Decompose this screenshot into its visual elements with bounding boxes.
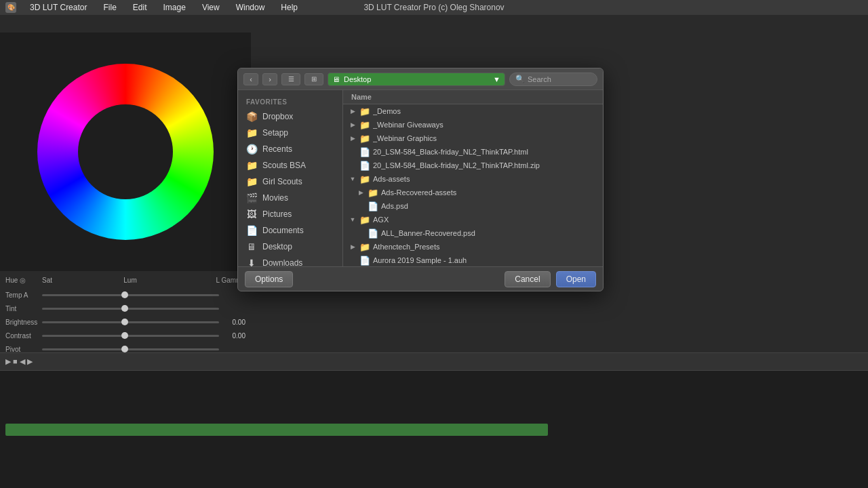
menu-bar: 🎨 3D LUT Creator File Edit Image View Wi…: [0, 0, 868, 15]
contrast-value: 0.00: [222, 332, 245, 340]
menu-edit[interactable]: Edit: [130, 1, 150, 14]
file-row-ads-recovered[interactable]: ▶ 📁 Ads-Recovered-assets: [343, 186, 603, 199]
file-row-webinar-graphics[interactable]: ▶ 📁 _Webinar Graphics: [343, 131, 603, 145]
lum-label: Lum: [58, 277, 202, 284]
contrast-slider[interactable]: [42, 335, 219, 337]
ads-recovered-name: Ads-Recovered-assets: [381, 188, 597, 197]
all-banner-expand-icon: [357, 229, 365, 237]
webinar-graphics-name: _Webinar Graphics: [373, 134, 597, 142]
pivot-slider[interactable]: [42, 348, 219, 350]
tint-label: Tint: [5, 305, 39, 312]
favorite-scouts-bsa-label: Scouts BSA: [262, 161, 306, 170]
setapp-icon: 📁: [246, 127, 257, 138]
hue-wheel-area: [0, 33, 251, 271]
menu-help[interactable]: Help: [278, 1, 300, 14]
favorite-desktop[interactable]: 🖥 Desktop: [238, 239, 342, 255]
menu-file[interactable]: File: [100, 1, 119, 14]
timeline-area: ▶ ■ ◀ ▶: [0, 352, 868, 488]
agx-name: AGX: [373, 216, 597, 224]
favorite-documents-label: Documents: [262, 226, 304, 235]
timeline-controls: ▶ ■ ◀ ▶: [5, 357, 33, 366]
pictures-icon: 🖼: [246, 209, 257, 220]
pivot-label: Pivot: [5, 346, 39, 353]
favorite-pictures-label: Pictures: [262, 209, 292, 219]
control-row-tint: Tint: [5, 302, 245, 314]
timeline-track[interactable]: [5, 424, 548, 436]
temp-slider[interactable]: [42, 294, 219, 296]
file1-expand-icon: [349, 148, 357, 156]
tint-slider[interactable]: [42, 308, 219, 310]
control-row-temp: Temp A: [5, 289, 245, 301]
search-box[interactable]: 🔍 Search: [509, 73, 597, 86]
file-row-file1[interactable]: 📄 20_LSM-584_Black-friday_NL2_ThinkTAP.h…: [343, 145, 603, 159]
file-row-ads-psd[interactable]: 📄 Ads.psd: [343, 199, 603, 213]
ads-assets-expand-icon: ▼: [349, 175, 357, 183]
file-row-all-banner[interactable]: 📄 ALL_Banner-Recovered.psd: [343, 226, 603, 240]
menu-app[interactable]: 3D LUT Creator: [27, 1, 90, 14]
file-row-webinar-giveaways[interactable]: ▶ 📁 _Webinar Giveaways: [343, 118, 603, 131]
favorite-pictures[interactable]: 🖼 Pictures: [238, 206, 342, 222]
file2-icon: 📄: [359, 161, 370, 170]
all-banner-name: ALL_Banner-Recovered.psd: [381, 229, 597, 237]
options-button[interactable]: Options: [245, 271, 293, 287]
favorite-recents-label: Recents: [262, 144, 292, 154]
tint-thumb[interactable]: [121, 305, 128, 312]
favorite-setapp[interactable]: 📁 Setapp: [238, 125, 342, 141]
favorite-scouts-bsa[interactable]: 📁 Scouts BSA: [238, 157, 342, 174]
demos-expand-icon: ▶: [349, 107, 357, 115]
ads-recovered-folder-icon: 📁: [368, 188, 378, 197]
dialog-body: Favorites 📦 Dropbox 📁 Setapp 🕐 Recents 📁…: [238, 90, 603, 266]
contrast-thumb[interactable]: [121, 332, 128, 339]
menu-window[interactable]: Window: [233, 1, 268, 14]
favorite-downloads[interactable]: ⬇ Downloads: [238, 255, 342, 271]
file-list-header: Name: [343, 90, 603, 104]
favorite-documents[interactable]: 📄 Documents: [238, 222, 342, 239]
favorite-movies-label: Movies: [262, 193, 288, 203]
athenctech-name: Athenctech_Presets: [373, 243, 597, 251]
ads-psd-icon: 📄: [368, 201, 378, 211]
hue-sat-label: Sat: [42, 277, 56, 284]
brightness-slider[interactable]: [42, 321, 219, 323]
demos-name: _Demos: [373, 107, 597, 115]
file-list-container: Name ▶ 📁 _Demos ▶ 📁 _Webinar Giveaways ▶: [343, 90, 603, 266]
back-button[interactable]: ‹: [243, 73, 258, 85]
location-dropdown[interactable]: 🖥 Desktop ▼: [328, 73, 505, 86]
file-row-file2[interactable]: 📄 20_LSM-584_Black-friday_NL2_ThinkTAP.h…: [343, 159, 603, 172]
favorite-setapp-label: Setapp: [262, 128, 288, 138]
forward-button[interactable]: ›: [262, 73, 277, 85]
search-placeholder: Search: [528, 75, 551, 83]
ads-psd-expand-icon: [357, 202, 365, 210]
file-row-ads-assets[interactable]: ▼ 📁 Ads-assets: [343, 172, 603, 186]
favorite-movies[interactable]: 🎬 Movies: [238, 190, 342, 206]
favorite-girl-scouts[interactable]: 📁 Girl Scouts: [238, 174, 342, 190]
ads-assets-folder-icon: 📁: [359, 174, 370, 184]
hue-wheel[interactable]: [37, 64, 214, 240]
menu-view[interactable]: View: [199, 1, 222, 14]
menu-image[interactable]: Image: [161, 1, 189, 14]
favorite-recents[interactable]: 🕐 Recents: [238, 141, 342, 157]
aurora-expand-icon: [349, 256, 357, 264]
scouts-bsa-icon: 📁: [246, 160, 257, 171]
open-button[interactable]: Open: [556, 271, 596, 287]
ads-assets-name: Ads-assets: [373, 175, 597, 183]
brightness-thumb[interactable]: [121, 319, 128, 325]
aurora-icon: 📄: [359, 256, 370, 265]
file-list[interactable]: Name ▶ 📁 _Demos ▶ 📁 _Webinar Giveaways ▶: [343, 90, 603, 266]
file-row-athenctech[interactable]: ▶ 📁 Athenctech_Presets: [343, 240, 603, 253]
temp-thumb[interactable]: [121, 291, 128, 298]
cancel-button[interactable]: Cancel: [505, 271, 550, 287]
app-title: 3D LUT Creator Pro (c) Oleg Sharonov: [363, 3, 504, 12]
dropdown-arrow-icon: ▼: [493, 75, 500, 83]
control-row-contrast: Contrast 0.00: [5, 329, 245, 342]
list-view-button[interactable]: ☰: [281, 73, 300, 85]
file-row-demos[interactable]: ▶ 📁 _Demos: [343, 104, 603, 118]
contrast-label: Contrast: [5, 332, 39, 340]
demos-folder-icon: 📁: [359, 106, 370, 116]
pivot-thumb[interactable]: [121, 346, 128, 352]
favorite-downloads-label: Downloads: [262, 258, 302, 268]
favorite-dropbox[interactable]: 📦 Dropbox: [238, 108, 342, 125]
file-row-agx[interactable]: ▼ 📁 AGX: [343, 213, 603, 226]
file-row-aurora[interactable]: 📄 Aurora 2019 Sample - 1.auh: [343, 253, 603, 266]
webinar-graphics-folder-icon: 📁: [359, 134, 370, 143]
column-view-button[interactable]: ⊞: [304, 73, 323, 85]
